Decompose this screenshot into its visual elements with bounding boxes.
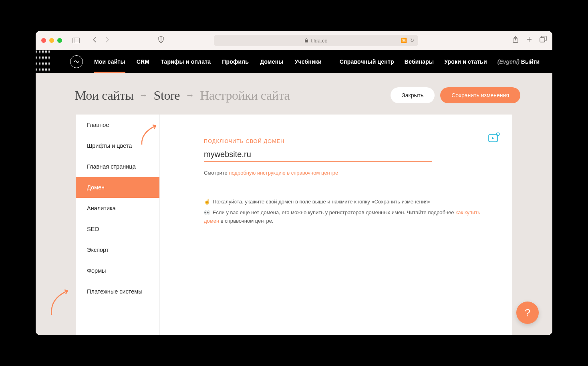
- reload-icon[interactable]: ↻: [410, 38, 414, 43]
- note2-suffix: в справочном центре.: [219, 218, 273, 224]
- address-bar[interactable]: tilda.cc 🈚 ↻: [214, 35, 418, 46]
- logout-link[interactable]: Выйти: [521, 58, 540, 65]
- nav-crm[interactable]: CRM: [137, 58, 149, 65]
- notes-block: ☝Пожалуйста, укажите свой домен в поле в…: [204, 198, 488, 225]
- note-row-2: 👀Если у вас еще нет домена, его можно ку…: [204, 209, 488, 225]
- tilda-logo-icon[interactable]: [70, 55, 83, 68]
- nav-pricing[interactable]: Тарифы и оплата: [161, 58, 211, 65]
- header-actions: Закрыть Сохранить изменения: [391, 87, 520, 103]
- window-minimize-icon[interactable]: [49, 38, 54, 43]
- breadcrumb-my-sites[interactable]: Мои сайты: [75, 88, 134, 103]
- traffic-lights: [41, 38, 62, 43]
- nav-tutorials[interactable]: Учебники: [294, 58, 321, 65]
- nav-help-center[interactable]: Справочный центр: [340, 58, 394, 65]
- sidebar-item-payments[interactable]: Платежные системы: [76, 281, 159, 302]
- tabs-icon[interactable]: [540, 36, 547, 45]
- lock-icon: [304, 38, 308, 43]
- arrow-icon: →: [185, 90, 194, 101]
- annotation-arrow-icon: [46, 287, 78, 319]
- eyes-icon: 👀: [204, 209, 210, 215]
- section-label: ПОДКЛЮЧИТЬ СВОЙ ДОМЕН: [204, 139, 488, 144]
- sidebar-item-main[interactable]: Главное: [76, 115, 159, 135]
- sidebar-item-forms[interactable]: Формы: [76, 260, 159, 281]
- help-prefix: Смотрите: [204, 170, 229, 176]
- user-name: (Evgeni): [497, 58, 520, 65]
- forward-button[interactable]: [102, 36, 113, 46]
- nav-left: Мои сайты CRM Тарифы и оплата Профиль До…: [94, 58, 322, 65]
- logo-box: [36, 50, 52, 73]
- help-line: Смотрите подробную инструкцию в справочн…: [204, 170, 488, 176]
- sidebar-item-analytics[interactable]: Аналитика: [76, 198, 159, 219]
- help-link[interactable]: подробную инструкцию в справочном центре: [229, 170, 338, 176]
- pointing-hand-icon: ☝: [204, 199, 210, 205]
- nav-domains[interactable]: Домены: [260, 58, 283, 65]
- wave-pattern-icon: [36, 50, 50, 73]
- help-fab-label: ?: [525, 307, 530, 319]
- user-block: (Evgeni) Выйти: [497, 58, 540, 65]
- nav-webinars[interactable]: Вебинары: [405, 58, 434, 65]
- nav-my-sites[interactable]: Мои сайты: [94, 58, 125, 65]
- domain-settings-main: i ПОДКЛЮЧИТЬ СВОЙ ДОМЕН Смотрите подробн…: [160, 115, 512, 335]
- note2-prefix: Если у вас еще нет домена, его можно куп…: [213, 209, 455, 215]
- url-host: tilda.cc: [311, 38, 327, 44]
- browser-window: tilda.cc 🈚 ↻ Мои сайты C: [36, 31, 552, 335]
- sidebar-item-seo[interactable]: SEO: [76, 219, 159, 239]
- settings-panel: Главное Шрифты и цвета Главная страница …: [76, 115, 512, 335]
- domain-field: [204, 150, 432, 162]
- save-button[interactable]: Сохранить изменения: [440, 87, 520, 103]
- shield-icon[interactable]: [158, 36, 164, 44]
- close-button[interactable]: Закрыть: [391, 87, 435, 103]
- app-nav: Мои сайты CRM Тарифы и оплата Профиль До…: [36, 50, 552, 73]
- window-zoom-icon[interactable]: [57, 38, 62, 43]
- sidebar-item-domain[interactable]: Домен: [76, 177, 159, 198]
- help-fab-button[interactable]: ?: [516, 302, 539, 324]
- breadcrumb: Мои сайты → Store → Настройки сайта: [75, 88, 290, 103]
- breadcrumb-settings: Настройки сайта: [200, 88, 290, 103]
- settings-sidebar: Главное Шрифты и цвета Главная страница …: [76, 115, 160, 335]
- svg-rect-5: [540, 38, 545, 42]
- nav-profile[interactable]: Профиль: [222, 58, 249, 65]
- sidebar-item-export[interactable]: Экспорт: [76, 239, 159, 260]
- domain-input[interactable]: [204, 150, 432, 159]
- sidebar-toggle-icon[interactable]: [72, 38, 80, 43]
- arrow-icon: →: [139, 90, 148, 101]
- svg-rect-0: [73, 38, 80, 43]
- content: Главное Шрифты и цвета Главная страница …: [36, 115, 552, 335]
- svg-text:i: i: [497, 133, 498, 136]
- new-tab-icon[interactable]: [526, 36, 532, 45]
- share-icon[interactable]: [512, 36, 519, 45]
- breadcrumb-store[interactable]: Store: [154, 88, 180, 103]
- nav-articles[interactable]: Уроки и статьи: [444, 58, 487, 65]
- sidebar-item-fonts[interactable]: Шрифты и цвета: [76, 135, 159, 156]
- window-close-icon[interactable]: [41, 38, 46, 43]
- note1-text: Пожалуйста, укажите свой домен в поле вы…: [213, 199, 431, 205]
- video-help-icon[interactable]: i: [488, 133, 500, 145]
- svg-rect-3: [305, 40, 308, 42]
- nav-right: Справочный центр Вебинары Уроки и статьи…: [340, 58, 540, 65]
- page-header: Мои сайты → Store → Настройки сайта Закр…: [36, 73, 552, 115]
- translate-icon[interactable]: 🈚: [401, 38, 407, 43]
- back-button[interactable]: [89, 36, 100, 46]
- browser-chrome: tilda.cc 🈚 ↻: [36, 31, 552, 50]
- sidebar-item-homepage[interactable]: Главная страница: [76, 156, 159, 177]
- note-row-1: ☝Пожалуйста, укажите свой домен в поле в…: [204, 198, 488, 206]
